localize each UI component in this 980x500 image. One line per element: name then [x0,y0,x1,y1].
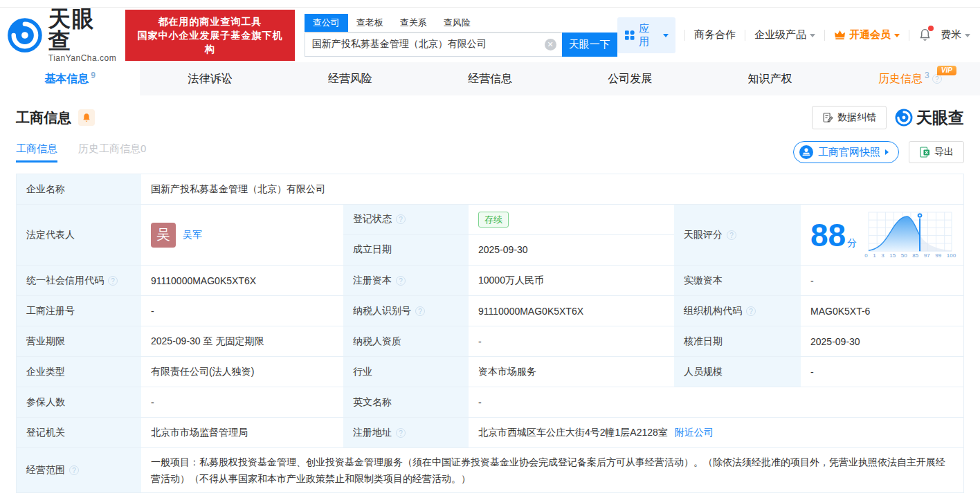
paid-capital-value: - [801,266,963,295]
score-value: 88分 [801,205,963,265]
credit-code-value: 91110000MAG0K5XT6X [141,266,343,295]
brand-slogan-banner: 都在用的商业查询工具 国家中小企业发展子基金旗下机构 [125,10,294,61]
tab-basic-info[interactable]: 基本信息 9 [0,62,140,95]
avatar[interactable]: 吴 [151,223,176,248]
apps-menu[interactable]: 应用 [617,17,675,53]
tab-history-info[interactable]: VIP 历史信息 3 [840,62,980,95]
tab-operating-info[interactable]: 经营信息 [420,62,560,95]
search-block: 查公司 查老板 查关系 查风险 天眼一下 [305,14,617,57]
tianyancha-logo-icon [895,109,913,127]
tab-company-development[interactable]: 公司发展 [560,62,700,95]
slogan-line2: 国家中小企业发展子基金旗下机构 [132,28,287,56]
arrow-right-icon [885,149,889,155]
table-row: 营业期限 2025-09-30 至 无固定期限 纳税人资质 - 核准日期 202… [17,326,963,357]
notifications-bell[interactable] [918,28,932,42]
tab-label: 基本信息 [44,72,89,86]
status-badge: 存续 [478,212,509,228]
tab-label: 经营信息 [468,72,512,86]
help-icon[interactable] [396,214,406,224]
field-label: 成立日期 [343,235,469,266]
help-icon[interactable] [108,276,118,286]
brand-name: 天眼查 [48,8,119,52]
tab-intellectual-property[interactable]: 知识产权 [700,62,840,95]
clear-search-icon[interactable] [545,39,556,50]
username: 费米 [941,28,961,41]
tab-operating-risk[interactable]: 经营风险 [280,62,420,95]
help-icon[interactable] [932,74,942,84]
tab-count: 9 [91,71,96,80]
business-term-value: 2025-09-30 至 无固定期限 [141,326,343,356]
reg-capital-value: 10000万人民币 [469,266,674,295]
export-button[interactable]: 导出 [909,141,964,163]
company-nav-tabs: 基本信息 9 法律诉讼 经营风险 经营信息 公司发展 知识产权 VIP 历史信息… [0,62,980,95]
tab-label: 历史信息 [878,72,923,86]
tianyancha-logo[interactable]: 天眼查 TianYanCha.com [7,8,118,62]
help-icon[interactable] [69,465,79,475]
table-row: 工商注册号 - 纳税人识别号 91110000MAG0K5XT6X 组织机构代码… [17,296,963,326]
field-label: 天眼评分 [674,205,801,265]
vip-badge: VIP [937,66,956,75]
legal-rep-link[interactable]: 吴军 [183,229,202,241]
chevron-down-icon [663,34,669,37]
table-row: 参保人数 - 英文名称 - [17,387,963,418]
search-tab-risk[interactable]: 查风险 [435,14,479,32]
field-label: 经营范围 [17,448,141,492]
divider [909,30,909,41]
divider [745,30,745,41]
help-icon[interactable] [746,306,756,316]
field-label: 实缴资本 [674,266,801,295]
search-tab-boss[interactable]: 查老板 [348,14,392,32]
subtab-history-business-info[interactable]: 历史工商信息0 [78,142,146,163]
page-top-divider [0,0,980,8]
reg-status-value: 存续 [469,205,674,234]
table-row: 法定代表人 吴 吴军 登记状态 存续 成立日期 2025-09-30 [17,205,963,266]
table-row: 登记机关 北京市市场监督管理局 注册地址 北京市西城区车公庄大街4号2幢1层A2… [17,418,963,448]
subscribe-bell-button[interactable] [78,109,95,126]
apps-grid-icon [624,30,635,41]
help-icon[interactable] [396,276,406,286]
main-content: 工商信息 数据纠错 天眼查 [0,105,980,493]
top-nav: 应用 商务合作 企业级产品 开通会员 费米 [617,17,970,53]
field-label: 核准日期 [674,326,801,356]
export-label: 导出 [934,146,954,158]
insured-num-value: - [141,387,343,417]
tab-label: 公司发展 [608,72,652,86]
search-tab-relation[interactable]: 查关系 [392,14,435,32]
nav-enterprise-products[interactable]: 企业级产品 [754,28,815,41]
field-label: 工商注册号 [17,296,141,326]
score-number: 88 [810,217,846,253]
official-snapshot-button[interactable]: 工商官网快照 [793,141,899,163]
taxpayer-id-value: 91110000MAG0K5XT6X [469,296,674,326]
score-distribution-chart[interactable]: 0131550859799100 [864,211,956,259]
section-title: 工商信息 [16,109,71,127]
industry-value: 资本市场服务 [469,357,674,387]
divider [684,30,685,41]
help-icon[interactable] [415,306,425,316]
help-icon[interactable] [396,428,406,438]
tab-label: 经营风险 [328,72,372,86]
table-row: 经营范围 一般项目：私募股权投资基金管理、创业投资基金管理服务（须在中国证券投资… [17,448,963,492]
field-label: 人员规模 [674,357,801,387]
reg-authority-value: 北京市市场监督管理局 [141,418,343,447]
chevron-down-icon [965,34,970,37]
apps-label: 应用 [639,22,659,48]
search-input[interactable] [305,33,562,57]
enterprise-products-label: 企业级产品 [754,28,806,41]
subtab-business-info[interactable]: 工商信息 [16,142,57,163]
legal-rep-value: 吴 吴军 [141,205,343,265]
field-label: 登记状态 [343,205,469,234]
field-label: 纳税人资质 [343,326,469,356]
nav-open-vip[interactable]: 开通会员 [834,28,900,41]
search-button[interactable]: 天眼一下 [562,33,617,57]
subtab-label: 工商信息 [16,142,57,154]
help-icon[interactable] [727,230,736,240]
search-tab-company[interactable]: 查公司 [305,14,348,32]
tab-legal-proceedings[interactable]: 法律诉讼 [140,62,280,95]
nearby-companies-link[interactable]: 附近公司 [675,427,714,439]
tianyancha-logo-icon [7,17,43,53]
user-menu[interactable]: 费米 [941,28,970,41]
field-label: 统一社会信用代码 [17,266,141,295]
field-label: 注册资本 [343,266,469,295]
data-correction-button[interactable]: 数据纠错 [812,106,887,129]
nav-cooperation[interactable]: 商务合作 [694,28,736,41]
